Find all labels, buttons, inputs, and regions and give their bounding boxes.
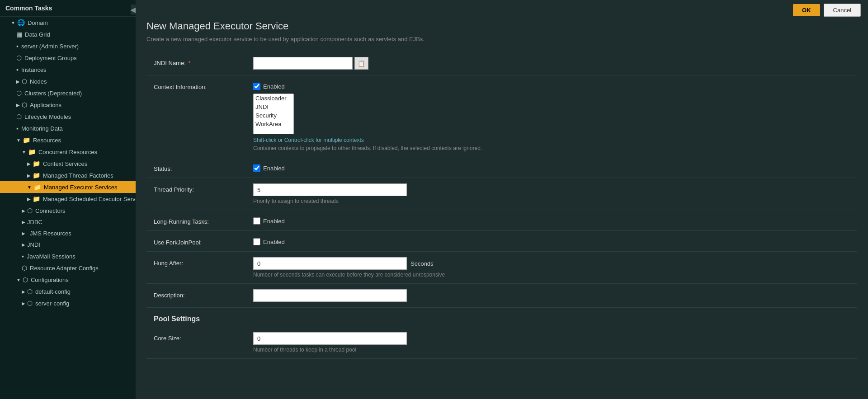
status-label: Status:: [154, 163, 253, 172]
connectors-icon: ⬡: [27, 207, 33, 214]
sidebar-item-concurrent-resources[interactable]: ▼ 📁 Concurrent Resources: [0, 146, 136, 158]
sidebar-item-domain[interactable]: ▼ 🌐 Domain: [0, 17, 136, 28]
context-list-container: Classloader JNDI Security WorkArea Shift…: [253, 94, 850, 151]
sidebar-item-label: JDBC: [27, 219, 42, 225]
long-running-control: Enabled: [253, 216, 850, 225]
context-option-jndi[interactable]: JNDI: [254, 103, 293, 111]
sidebar-item-connectors[interactable]: ▶ ⬡ Connectors: [0, 205, 136, 216]
description-row: Description:: [146, 284, 857, 308]
server-config-icon: ⬡: [27, 300, 33, 307]
common-tasks-header: Common Tasks: [0, 0, 136, 17]
context-option-workarea[interactable]: WorkArea: [254, 120, 293, 128]
resource-adapter-icon: ⬡: [22, 264, 27, 272]
description-input[interactable]: [253, 289, 407, 302]
jndi-lookup-button[interactable]: 📋: [354, 57, 368, 70]
status-checkbox-row: Enabled: [253, 163, 850, 172]
jndi-name-label: JNDI Name: *: [154, 57, 253, 66]
sidebar-item-resource-adapter-configs[interactable]: ⬡ Resource Adapter Configs: [0, 262, 136, 274]
configurations-icon: ⬡: [23, 276, 28, 283]
core-size-hint: Number of threads to keep in a thread po…: [253, 347, 850, 353]
chevron-right-icon: ▶: [22, 220, 25, 225]
pool-settings-section: Pool Settings Core Size: Number of threa…: [146, 308, 857, 359]
chevron-right-icon: ▶: [27, 197, 31, 202]
sidebar-item-label: server-config: [35, 300, 69, 307]
context-list-hint: Shift-click or Control-click for multipl…: [253, 137, 850, 143]
sidebar-item-nodes[interactable]: ▶ ⬡ Nodes: [0, 75, 136, 87]
sidebar-item-label: Managed Thread Factories: [43, 172, 113, 179]
sidebar-item-server[interactable]: ▪ server (Admin Server): [0, 40, 136, 52]
sidebar-item-deployment-groups[interactable]: ⬡ Deployment Groups: [0, 52, 136, 64]
fork-join-label: Use ForkJoinPool:: [154, 236, 253, 246]
context-info-enabled-label: Enabled: [263, 83, 285, 90]
context-list[interactable]: Classloader JNDI Security WorkArea: [253, 94, 294, 134]
page-subtitle: Create a new managed executor service to…: [146, 36, 857, 42]
sidebar-toggle-button[interactable]: ◀◀: [131, 5, 136, 14]
sidebar-item-resources[interactable]: ▼ 📁 Resources: [0, 134, 136, 146]
concurrent-resources-icon: 📁: [28, 148, 36, 155]
thread-priority-input[interactable]: [253, 183, 407, 196]
page-title: New Managed Executor Service: [146, 20, 857, 32]
clusters-icon: ⬡: [16, 89, 22, 97]
sidebar-item-jdbc[interactable]: ▶ JDBC: [0, 216, 136, 228]
chevron-down-icon: ▼: [27, 185, 32, 190]
fork-join-checkbox[interactable]: [253, 238, 260, 245]
chevron-down-icon: ▼: [22, 150, 26, 155]
pool-settings-header: Pool Settings: [146, 308, 857, 327]
context-info-control: Enabled Classloader JNDI Security WorkAr…: [253, 81, 850, 151]
instances-icon: ▪: [16, 66, 19, 73]
sidebar-item-configurations[interactable]: ▼ ⬡ Configurations: [0, 274, 136, 286]
cancel-button[interactable]: Cancel: [824, 4, 861, 17]
context-info-row: Context Information: Enabled Classloader…: [146, 75, 857, 157]
context-info-checkbox[interactable]: [253, 83, 260, 90]
sidebar-item-javamail-sessions[interactable]: ▪ JavaMail Sessions: [0, 250, 136, 262]
sidebar-item-applications[interactable]: ▶ ⬡ Applications: [0, 99, 136, 111]
sidebar-item-label: Instances: [21, 66, 47, 73]
thread-factories-icon: 📁: [33, 172, 40, 179]
sidebar-item-label: Resource Adapter Configs: [30, 265, 99, 272]
chevron-right-icon: ▶: [22, 208, 25, 213]
fork-join-checkbox-row: Enabled: [253, 236, 850, 245]
sidebar-item-server-config[interactable]: ▶ ⬡ server-config: [0, 297, 136, 309]
context-option-security[interactable]: Security: [254, 111, 293, 120]
sidebar-item-jndi[interactable]: ▶ JNDI: [0, 239, 136, 250]
deployment-groups-icon: ⬡: [16, 54, 22, 61]
status-checkbox[interactable]: [253, 164, 260, 172]
sidebar-item-clusters[interactable]: ⬡ Clusters (Deprecated): [0, 87, 136, 99]
chevron-right-icon: ▶: [22, 301, 25, 306]
data-grid-icon: ▦: [16, 31, 22, 38]
context-list-desc: Container contexts to propagate to other…: [253, 145, 850, 151]
sidebar-item-monitoring-data[interactable]: ▪ Monitoring Data: [0, 122, 136, 134]
sidebar-item-default-config[interactable]: ▶ ⬡ default-config: [0, 286, 136, 297]
ok-button[interactable]: OK: [793, 4, 820, 16]
jndi-name-input[interactable]: [253, 57, 353, 70]
sidebar-item-context-services[interactable]: ▶ 📁 Context Services: [0, 158, 136, 169]
sidebar-item-lifecycle-modules[interactable]: ⬡ Lifecycle Modules: [0, 111, 136, 122]
sidebar-item-managed-thread-factories[interactable]: ▶ 📁 Managed Thread Factories: [0, 169, 136, 181]
sidebar-item-label: Clusters (Deprecated): [24, 90, 82, 97]
sidebar-item-managed-scheduled-executor-services[interactable]: ▶ 📁 Managed Scheduled Executor Services: [0, 193, 136, 205]
sidebar-item-label: Concurrent Resources: [38, 149, 97, 155]
context-info-label: Context Information:: [154, 81, 253, 90]
javamail-icon: ▪: [22, 253, 24, 260]
core-size-input[interactable]: [253, 332, 407, 345]
common-tasks-label: Common Tasks: [5, 5, 52, 12]
jndi-name-row: JNDI Name: * 📋: [146, 52, 857, 75]
sidebar-item-instances[interactable]: ▪ Instances: [0, 64, 136, 75]
core-size-row: Core Size: Number of threads to keep in …: [146, 327, 857, 359]
chevron-down-icon: ▼: [16, 138, 21, 143]
hung-after-input[interactable]: [253, 257, 407, 270]
default-config-icon: ⬡: [27, 288, 33, 295]
sidebar-item-managed-executor-services[interactable]: ▼ 📁 Managed Executor Services: [0, 181, 136, 193]
sidebar-item-data-grid[interactable]: ▦ Data Grid: [0, 28, 136, 40]
long-running-checkbox[interactable]: [253, 217, 260, 225]
core-size-label: Core Size:: [154, 332, 253, 342]
chevron-right-icon: ▶: [16, 103, 20, 108]
sidebar-item-label: JavaMail Sessions: [27, 253, 75, 260]
main-content: OK Cancel New Managed Executor Service C…: [136, 0, 868, 399]
resources-icon: 📁: [23, 136, 30, 144]
context-option-classloader[interactable]: Classloader: [254, 94, 293, 103]
sidebar-item-label: JMS Resources: [30, 230, 71, 237]
sidebar-item-jms-resources[interactable]: ▶ JMS Resources: [0, 228, 136, 239]
description-label: Description:: [154, 289, 253, 299]
jndi-name-control: 📋: [253, 57, 850, 70]
